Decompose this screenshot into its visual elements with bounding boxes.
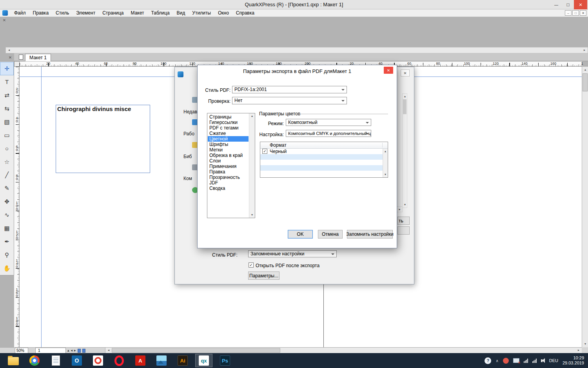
pdf-section-item[interactable]: Сводка [208,186,249,191]
pdf-section-item[interactable]: Правка [208,169,249,175]
scroll-down-icon[interactable] [583,341,588,347]
help-icon[interactable] [485,357,491,364]
zoom-level-field[interactable]: 50% [15,348,28,353]
ok-button[interactable]: OK [288,230,313,239]
clock[interactable]: 10:29 29.03.2019 [563,355,584,366]
composition-zones-tool[interactable]: ✥ [0,195,14,208]
setup-select[interactable]: Композитный CMYK и дополнительный цвет [286,130,371,137]
scroll-down-icon[interactable] [383,172,388,177]
text-box[interactable]: Chirographi divinus misce [56,105,150,173]
checkbox-checked-icon[interactable] [262,149,267,154]
menu-item[interactable]: Страница [99,9,127,17]
next-page-icon[interactable] [74,348,76,353]
rectangle-box-tool[interactable]: ▭ [0,129,14,142]
quarkxpress-icon[interactable]: qx [195,354,212,367]
close-icon[interactable] [384,67,393,74]
mode-select[interactable]: Композитный [286,119,371,126]
sections-scrollbar[interactable] [249,113,255,218]
menu-item[interactable]: Стиль [52,9,73,17]
tray-app-icon[interactable] [503,358,509,364]
cancel-button[interactable] [397,226,410,235]
pdf-section-item[interactable]: Обрезка в край [208,153,249,158]
doc-restore-button[interactable] [572,10,579,16]
language-indicator[interactable]: DEU [549,358,558,363]
eyedropper-tool[interactable]: ✒ [0,235,14,248]
sidebar-item-recent[interactable]: Недав [183,109,197,115]
table-scrollbar[interactable] [383,149,388,177]
pdf-section-item[interactable]: JDF [208,180,249,186]
sidebar-item-computer[interactable]: Ком [183,176,192,181]
zoom-tool[interactable]: ⚲ [0,248,14,262]
scrollbar-thumb[interactable] [112,348,280,353]
scrollbar-thumb[interactable] [403,99,407,114]
scroll-down-icon[interactable] [402,202,408,208]
adobe-creative-icon[interactable] [89,354,107,367]
save-settings-button[interactable]: Запомнить настройки [347,230,393,239]
scroll-up-icon[interactable] [383,149,388,154]
scroll-down-icon[interactable] [249,212,255,218]
opera-icon[interactable] [111,354,128,367]
item-tool[interactable]: ✛ [0,62,14,75]
menu-item[interactable]: Окно [214,9,232,17]
photo-viewer-icon[interactable] [153,354,170,367]
display-status-icon[interactable] [513,358,519,363]
menu-item[interactable]: Правка [29,9,53,17]
pan-tool[interactable]: ✋ [0,262,14,275]
photoshop-icon[interactable]: Ps [216,354,234,367]
horizontal-scrollbar[interactable] [105,348,582,353]
master-page-icon[interactable] [78,349,81,353]
pdf-section-item[interactable]: Слои [208,158,249,164]
pdf-section-item[interactable]: Метки [208,147,249,153]
scroll-up-icon[interactable] [402,94,408,99]
cancel-button[interactable]: Отмена [318,230,343,239]
pdf-section-item[interactable]: Гиперссылки [208,120,249,125]
menu-item[interactable]: Файл [11,9,29,17]
doc-close-button[interactable] [580,10,586,16]
layout-tab[interactable]: Макет 1 [25,54,51,61]
bezier-pen-tool[interactable]: ✎ [0,182,14,195]
scroll-right-icon[interactable] [582,47,587,53]
minimize-button[interactable] [550,0,562,9]
illustrator-icon[interactable]: Ai [174,354,191,367]
palette-close-icon[interactable] [2,17,7,23]
picture-content-tool[interactable]: ▧ [0,115,14,129]
outlook-icon[interactable]: O [68,354,85,367]
open-after-export-checkbox[interactable] [249,262,254,268]
menu-item[interactable]: Справка [232,9,258,17]
top-horizontal-scrollbar[interactable] [5,47,588,53]
network-signal-icon[interactable] [524,359,528,363]
text-unlinking-tool[interactable]: ⇆ [0,102,14,115]
volume-icon[interactable] [541,358,545,363]
pdf-section-item[interactable]: Примечания [208,164,249,169]
acrobat-reader-icon[interactable]: A [132,354,149,367]
scroll-left-icon[interactable] [106,348,111,353]
line-tool[interactable]: ╱ [0,169,14,182]
table-row[interactable]: Черный [260,149,388,154]
page-number-field[interactable]: 1 [35,348,66,353]
text-linking-tool[interactable]: ⇄ [0,89,14,102]
close-icon[interactable] [401,69,410,77]
show-hidden-icons-icon[interactable] [495,359,498,363]
vertical-scrollbar[interactable] [582,67,588,347]
prev-page-icon[interactable] [71,348,73,353]
save-button[interactable]: ть [397,217,410,225]
scrollbar-thumb[interactable] [583,73,588,91]
pdf-section-item[interactable]: Цветной [208,136,249,142]
pdf-style-select[interactable]: Запомненные настройки [248,250,337,257]
doc-minimize-button[interactable] [565,10,572,16]
menu-item[interactable]: Элемент [73,9,99,17]
pdf-style-select[interactable]: PDF/X-1a:2001 [232,86,347,93]
menu-item[interactable]: Таблица [148,9,173,17]
scroll-left-icon[interactable] [6,47,12,53]
scroll-right-icon[interactable] [397,206,403,212]
text-editor-icon[interactable] [47,354,64,367]
scroll-up-icon[interactable] [583,67,588,73]
freehand-line-tool[interactable]: ∿ [0,208,14,222]
menu-item[interactable]: Утилиты [189,9,214,17]
maximize-button[interactable] [562,0,574,9]
sidebar-item-desktop[interactable]: Рабо [183,131,194,137]
pdf-section-item[interactable]: Страницы [208,114,249,120]
layout-page-icon[interactable] [82,349,85,353]
scroll-right-icon[interactable] [576,348,581,353]
menu-item[interactable]: Вид [173,9,189,17]
